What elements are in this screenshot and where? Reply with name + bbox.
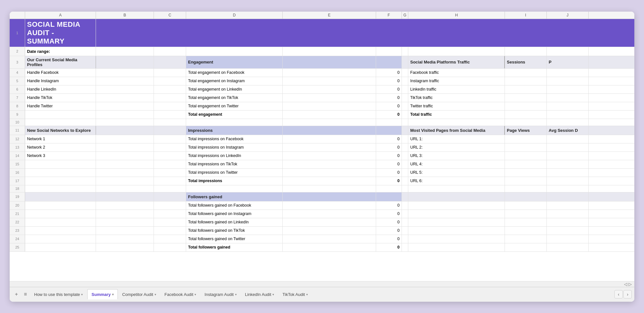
- cell-24B[interactable]: [96, 235, 154, 243]
- tab-instagram-audit[interactable]: Instagram Audit ▾: [201, 289, 240, 299]
- cell-21A[interactable]: [25, 210, 96, 218]
- cell-17E[interactable]: [283, 177, 376, 185]
- cell-8H[interactable]: Twitter traffic: [408, 102, 505, 110]
- cell-18B[interactable]: [96, 185, 154, 192]
- cell-17J[interactable]: [547, 177, 589, 185]
- cell-10F[interactable]: [376, 119, 402, 126]
- cell-12F[interactable]: 0: [376, 135, 402, 143]
- cell-25A[interactable]: [25, 243, 96, 251]
- cell-10D[interactable]: [186, 119, 283, 126]
- cell-15C[interactable]: [154, 160, 186, 168]
- cell-24E[interactable]: [283, 235, 376, 243]
- cell-6F[interactable]: 0: [376, 85, 402, 93]
- cell-4B[interactable]: [96, 69, 154, 77]
- cell-19B[interactable]: [96, 192, 154, 201]
- cell-13J[interactable]: [547, 143, 589, 152]
- cell-10J[interactable]: [547, 119, 589, 126]
- cell-21D[interactable]: Total followers gained on Instagram: [186, 210, 283, 218]
- cell-10H[interactable]: [408, 119, 505, 126]
- tab-linkedin-audit[interactable]: LinkedIn Audit ▾: [241, 289, 278, 299]
- cell-23H[interactable]: [408, 227, 505, 235]
- cell-19I[interactable]: [505, 192, 547, 201]
- cell-16D[interactable]: Total impressions on Twitter: [186, 169, 283, 177]
- cell-20H[interactable]: [408, 201, 505, 210]
- cell-22E[interactable]: [283, 218, 376, 226]
- cell-5E[interactable]: [283, 77, 376, 85]
- cell-16J[interactable]: [547, 169, 589, 177]
- cell-8E[interactable]: [283, 102, 376, 110]
- cell-23E[interactable]: [283, 227, 376, 235]
- cell-5C[interactable]: [154, 77, 186, 85]
- cell-10B[interactable]: [96, 119, 154, 126]
- cell-15F[interactable]: 0: [376, 160, 402, 168]
- cell-23C[interactable]: [154, 227, 186, 235]
- cell-17I[interactable]: [505, 177, 547, 185]
- cell-8D[interactable]: Total engagement on Twitter: [186, 102, 283, 110]
- cell-9F[interactable]: 0: [376, 111, 402, 119]
- cell-16A[interactable]: [25, 169, 96, 177]
- cell-22I[interactable]: [505, 218, 547, 226]
- cell-18E[interactable]: [283, 185, 376, 192]
- cell-5D[interactable]: Total engagement on Instagram: [186, 77, 283, 85]
- cell-24C[interactable]: [154, 235, 186, 243]
- cell-22C[interactable]: [154, 218, 186, 226]
- cell-18I[interactable]: [505, 185, 547, 192]
- cell-16E[interactable]: [283, 169, 376, 177]
- cell-18A[interactable]: [25, 185, 96, 192]
- cell-15D[interactable]: Total impressions on TikTok: [186, 160, 283, 168]
- cell-16I[interactable]: [505, 169, 547, 177]
- cell-18J[interactable]: [547, 185, 589, 192]
- cell-7B[interactable]: [96, 94, 154, 102]
- cell-7J[interactable]: [547, 94, 589, 102]
- cell-19J[interactable]: [547, 192, 589, 201]
- cell-15H[interactable]: URL 4:: [408, 160, 505, 168]
- cell-6D[interactable]: Total engagement on LinkedIn: [186, 85, 283, 93]
- cell-24J[interactable]: [547, 235, 589, 243]
- cell-13I[interactable]: [505, 143, 547, 152]
- cell-20F[interactable]: 0: [376, 201, 402, 210]
- cell-5J[interactable]: [547, 77, 589, 85]
- cell-7D[interactable]: Total engagement on TikTok: [186, 94, 283, 102]
- cell-18D[interactable]: [186, 185, 283, 192]
- cell-20D[interactable]: Total followers gained on Facebook: [186, 201, 283, 210]
- cell-2B[interactable]: [96, 47, 154, 56]
- tab-prev-button[interactable]: ‹: [614, 290, 623, 298]
- cell-4A[interactable]: Handle Facebook: [25, 69, 96, 77]
- cell-9E[interactable]: [283, 111, 376, 119]
- cell-5A[interactable]: Handle Instagram: [25, 77, 96, 85]
- cell-14E[interactable]: [283, 152, 376, 160]
- cell-22B[interactable]: [96, 218, 154, 226]
- cell-14D[interactable]: Total impressions on LinkedIn: [186, 152, 283, 160]
- cell-7A[interactable]: Handle TikTok: [25, 94, 96, 102]
- cell-6I[interactable]: [505, 85, 547, 93]
- cell-5B[interactable]: [96, 77, 154, 85]
- cell-17A[interactable]: [25, 177, 96, 185]
- cell-10A[interactable]: [25, 119, 96, 126]
- cell-4I[interactable]: [505, 69, 547, 77]
- cell-8F[interactable]: 0: [376, 102, 402, 110]
- cell-18F[interactable]: [376, 185, 402, 192]
- cell-9C[interactable]: [154, 111, 186, 119]
- cell-17B[interactable]: [96, 177, 154, 185]
- cell-20I[interactable]: [505, 201, 547, 210]
- tab-how-to-use[interactable]: How to use this template ▾: [30, 289, 87, 299]
- cell-13C[interactable]: [154, 143, 186, 152]
- cell-6H[interactable]: LinkedIn traffic: [408, 85, 505, 93]
- cell-22D[interactable]: Total followers gained on LinkedIn: [186, 218, 283, 226]
- cell-4J[interactable]: [547, 69, 589, 77]
- cell-7E[interactable]: [283, 94, 376, 102]
- cell-9B[interactable]: [96, 111, 154, 119]
- cell-12A[interactable]: Network 1: [25, 135, 96, 143]
- cell-21F[interactable]: 0: [376, 210, 402, 218]
- cell-10E[interactable]: [283, 119, 376, 126]
- cell-13A[interactable]: Network 2: [25, 143, 96, 152]
- cell-25B[interactable]: [96, 243, 154, 251]
- cell-16H[interactable]: URL 5:: [408, 169, 505, 177]
- cell-8C[interactable]: [154, 102, 186, 110]
- cell-17C[interactable]: [154, 177, 186, 185]
- cell-16B[interactable]: [96, 169, 154, 177]
- cell-22F[interactable]: 0: [376, 218, 402, 226]
- cell-4H[interactable]: Facebook traffic: [408, 69, 505, 77]
- cell-24F[interactable]: 0: [376, 235, 402, 243]
- cell-4C[interactable]: [154, 69, 186, 77]
